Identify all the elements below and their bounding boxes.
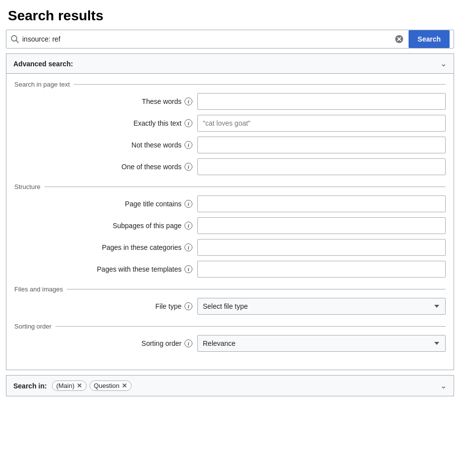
advanced-search-chevron-icon: ⌄ (440, 59, 447, 68)
info-icon-these-words[interactable]: i (184, 97, 192, 105)
select-file-type[interactable]: Select file type JPEG PNG GIF PDF SVG OG… (197, 298, 446, 315)
label-not-these-words: Not these words (132, 141, 182, 149)
section-legend-files: Files and images (14, 286, 446, 293)
label-exactly-this-text: Exactly this text (134, 119, 182, 127)
section-legend-sorting: Sorting order (14, 323, 446, 330)
namespace-tag-main-label: (Main) (56, 382, 75, 389)
namespace-tag-question-remove[interactable]: ✕ (122, 382, 127, 389)
search-in-chevron-icon: ⌄ (440, 381, 447, 390)
info-icon-categories[interactable]: i (184, 243, 192, 251)
section-legend-structure: Structure (14, 183, 446, 190)
input-these-words[interactable] (197, 93, 446, 110)
form-row-sorting-order: Sorting order i Relevance Last edited as… (14, 335, 446, 352)
section-sorting: Sorting order Sorting order i Relevance … (14, 323, 446, 352)
info-icon-file-type[interactable]: i (184, 302, 192, 310)
form-row-subpages: Subpages of this page i (14, 217, 446, 234)
advanced-search-body: Search in page text These words i Exactl… (6, 74, 454, 370)
search-icon (10, 35, 19, 44)
advanced-search-toggle[interactable]: Advanced search: ⌄ (6, 53, 454, 74)
namespace-tag-main-remove[interactable]: ✕ (77, 382, 82, 389)
info-icon-one-of-these-words[interactable]: i (184, 163, 192, 171)
label-one-of-these-words: One of these words (122, 163, 182, 171)
input-exactly-this-text[interactable] (197, 115, 446, 132)
section-divider-files (67, 289, 446, 289)
info-icon-subpages[interactable]: i (184, 222, 192, 230)
form-row-not-these-words: Not these words i (14, 137, 446, 153)
section-legend-page-text-label: Search in page text (14, 81, 70, 88)
label-these-words: These words (142, 97, 182, 105)
form-row-exactly-this-text: Exactly this text i (14, 115, 446, 132)
section-legend-page-text: Search in page text (14, 81, 446, 88)
input-subpages[interactable] (197, 217, 446, 234)
input-one-of-these-words[interactable] (197, 158, 446, 175)
input-templates[interactable] (197, 261, 446, 278)
input-categories[interactable] (197, 239, 446, 256)
label-templates: Pages with these templates (97, 265, 182, 273)
info-icon-exactly-this-text[interactable]: i (184, 119, 192, 127)
form-row-one-of-these-words: One of these words i (14, 158, 446, 175)
info-icon-templates[interactable]: i (184, 265, 192, 273)
info-icon-sorting-order[interactable]: i (184, 339, 192, 347)
form-row-categories: Pages in these categories i (14, 239, 446, 256)
page-title: Search results (0, 0, 460, 30)
section-divider-sorting (55, 326, 446, 327)
input-page-title-contains[interactable] (197, 195, 446, 212)
info-icon-not-these-words[interactable]: i (184, 141, 192, 149)
form-row-these-words: These words i (14, 93, 446, 110)
info-icon-page-title-contains[interactable]: i (184, 200, 192, 208)
section-legend-sorting-label: Sorting order (14, 323, 51, 330)
section-structure: Structure Page title contains i Subpages… (14, 183, 446, 278)
label-subpages: Subpages of this page (113, 222, 182, 230)
search-in-label: Search in: (13, 382, 47, 390)
label-categories: Pages in these categories (102, 243, 182, 251)
advanced-search-label: Advanced search: (13, 60, 73, 68)
form-row-templates: Pages with these templates i (14, 261, 446, 278)
form-row-page-title-contains: Page title contains i (14, 195, 446, 212)
select-sorting-order[interactable]: Relevance Last edited ascending Last edi… (197, 335, 446, 352)
form-row-file-type: File type i Select file type JPEG PNG GI… (14, 298, 446, 315)
search-in-left: Search in: (Main) ✕ Question ✕ (13, 381, 132, 391)
label-page-title-contains: Page title contains (125, 200, 182, 208)
svg-line-1 (16, 41, 18, 43)
section-files-images: Files and images File type i Select file… (14, 286, 446, 315)
search-in-bar: Search in: (Main) ✕ Question ✕ ⌄ (6, 375, 454, 396)
search-bar: Search (6, 30, 454, 48)
section-legend-files-label: Files and images (14, 286, 63, 293)
search-input[interactable] (22, 30, 395, 48)
namespace-tag-question[interactable]: Question ✕ (90, 381, 132, 391)
section-legend-structure-label: Structure (14, 183, 41, 190)
label-file-type: File type (155, 302, 182, 310)
clear-icon[interactable] (395, 35, 404, 44)
namespace-tag-question-label: Question (94, 382, 120, 389)
section-divider-structure (45, 187, 446, 187)
section-divider (74, 84, 446, 85)
namespace-tag-main[interactable]: (Main) ✕ (52, 381, 87, 391)
section-page-text: Search in page text These words i Exactl… (14, 81, 446, 175)
search-button[interactable]: Search (409, 30, 450, 48)
input-not-these-words[interactable] (197, 137, 446, 153)
label-sorting-order: Sorting order (141, 339, 182, 347)
